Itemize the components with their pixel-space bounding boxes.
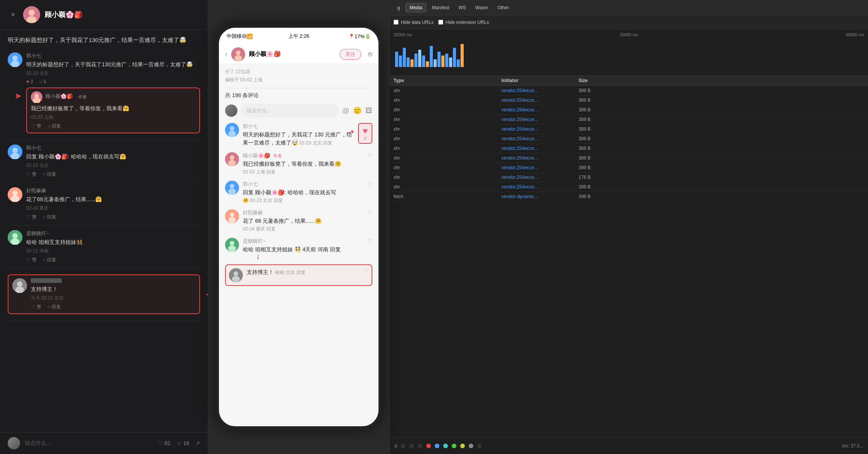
dot-red [426,444,431,448]
phone-like-btn[interactable]: ♡ [368,209,372,232]
reply-avatar [31,91,42,103]
like-action[interactable]: ♡赞 [26,214,37,220]
follow-button[interactable]: 关注 [340,49,361,60]
phone-like-highlighted[interactable]: ♥ 2 [358,123,372,144]
network-row[interactable]: fetch vendor-dynamic... 396 B [390,192,868,202]
network-row[interactable]: xhr vendor.254ecce... 389 B [390,115,868,124]
comment-username: 郭小七 [26,145,200,151]
row-initiator: vendor.254ecce... [501,88,579,93]
input-avatar [225,104,237,117]
star-icon: ☆ [177,440,182,446]
author-badge: 作者 [78,94,87,100]
row-initiator: vendor.254ecce... [501,146,579,151]
devtools-timeline: 20000 ms 25000 ms 30000 ms [390,29,868,76]
devtools-bottom: d ish: 37.5... [390,437,868,454]
timeline-bar [453,48,456,67]
image-icon[interactable]: 🖼 [365,107,372,115]
phone-comment-text: 我已经搬好板凳了，等着你发，我来看🤗 [243,160,364,168]
close-button[interactable]: × [8,9,19,20]
like-action[interactable]: ♡赞 [26,257,37,263]
phone-comment-item: 顾小颖🌸🎒 作者 我已经搬好板凳了，等着你发，我来看🤗 02-23 上海 回复 … [225,152,372,175]
phone-comment-wrapper: 郭小七 明天的标题想好了，关我花了 130 元推广，结果一言难尽，太难了🤯 02… [225,123,372,147]
timeline-bar [426,61,429,67]
comment-content: 好熙麻麻 花了68元薯条推广，结果......🤗 02-24 重庆 ♡赞 ○回复 [26,187,200,220]
phone-comment-text: 明天的标题想好了，关我花了 130 元推广，结果一言难尽，太难了🤯 02-23 … [243,131,354,147]
network-row[interactable]: xhr vendor.254ecce... 389 B [390,105,868,115]
network-row[interactable]: xhr vendor.254ecce... 176 B [390,173,868,182]
reply-action[interactable]: ○回复 [43,171,56,178]
mention-icon[interactable]: @ [342,107,349,115]
share-icon[interactable]: ⎋ [368,50,372,58]
comment-avatar [8,230,22,245]
network-row[interactable]: xhr vendor.254ecce... 389 B [390,144,868,153]
nav-title: 顾小颖🌸🎒 [249,50,336,58]
phone-like-btn[interactable]: ♡ [368,181,372,204]
hide-data-urls-checkbox[interactable] [394,20,399,25]
like-action[interactable]: ♡赞 [26,171,37,178]
row-size: 176 B [579,175,609,180]
phone-comment-avatar [229,268,243,282]
phone-like-btn[interactable]: ♡ [364,268,368,282]
row-size: 396 B [579,194,609,199]
comment-actions: ♡赞 ○回复 [26,171,200,178]
dot-green [452,444,456,448]
phone-comment-body: 郭小七 明天的标题想好了，关我花了 130 元推广，结果一言难尽，太难了🤯 02… [243,123,354,147]
dot-blue [435,444,439,448]
network-row[interactable]: xhr vendor.254ecce... 389 B [390,134,868,144]
comment-meta: 02-24 重庆 [26,205,200,212]
timeline-labels: 20000 ms 25000 ms 30000 ms [394,32,864,37]
svg-point-10 [12,148,18,153]
phone-like-btn[interactable]: ♡ [368,152,372,175]
comment-item: 是晓晓吖~ 哈哈 咱相互支持姐妹👯 03-11 河南 ♡赞 ○回复 [8,225,200,268]
phone-post-meta: 分了 17位回 [225,69,372,75]
tab-g[interactable]: g [394,3,404,13]
arrow-indicator: ➤ [15,91,21,101]
heart-icon: ♡ [368,238,372,244]
reply-meta: 02-23 上海 [31,114,195,121]
like-stat: ♡ 82 [158,440,171,446]
reply-action[interactable]: ○回复 [43,257,56,263]
tab-media[interactable]: Media [405,3,427,12]
network-table[interactable]: Type Initiator Size xhr vendor.254ecce..… [390,76,868,437]
comment-username: 郭小七 [26,52,200,59]
hide-extension-urls-checkbox[interactable] [438,20,443,25]
phone-like-btn[interactable]: ♡ [368,238,372,254]
like-action[interactable]: ♡赞 [31,304,41,310]
network-row[interactable]: xhr vendor.254ecce... 389 B [390,153,868,163]
emoji-icon[interactable]: 🙂 [353,106,362,115]
comments-area[interactable]: 郭小七 明天的标题想好了，关于我花了130元推广，结果一言难尽，太难了🤯 02-… [0,48,208,432]
heart-icon: ♡ [368,181,372,187]
devtools-tabs: g Media Manifest WS Wasm Other [390,0,868,15]
reply-action[interactable]: ○回复 [43,214,56,220]
svg-point-31 [230,184,234,188]
network-row[interactable]: xhr vendor.254ecce... 389 B [390,182,868,192]
comment-action[interactable]: ○ 5 [39,79,46,84]
row-initiator: vendor.254ecce... [501,136,579,141]
author-badge: 作者 [273,153,282,158]
tab-other[interactable]: Other [494,3,513,13]
back-button[interactable]: ‹ [225,50,227,58]
timeline-label-2: 25000 ms [619,32,638,37]
comment-text: 回复 顾小颖🌸🎒: 哈哈哈，现在就去写🤗 [26,153,200,161]
devtools-filter-bar: Hide data URLs Hide extension URLs [390,15,868,29]
reply-action[interactable]: ○回复 [47,304,61,310]
heart-icon: ♥ [26,79,29,84]
tab-ws[interactable]: WS [455,3,470,13]
footer-input[interactable]: 说点什么... [25,440,153,447]
hide-extension-urls-label: Hide extension URLs [446,20,489,25]
network-row[interactable]: xhr vendor.254ecce... 389 B [390,124,868,134]
network-row[interactable]: xhr vendor.254ecce... 389 B [390,86,868,96]
like-action[interactable]: ♥ 2 [26,79,33,84]
phone-comment-name: 是晓晓吖~ [243,238,364,245]
network-row[interactable]: xhr vendor.254ecce... 389 B [390,163,868,173]
dot-dark-1 [477,444,482,448]
phone-comment-input[interactable]: 说点什么... [241,104,338,118]
tab-wasm[interactable]: Wasm [471,3,492,13]
row-initiator: vendor.254ecce... [501,175,579,180]
hide-data-urls-group: Hide data URLs [394,20,434,25]
reply-like[interactable]: ♡赞 [31,123,41,129]
network-row[interactable]: xhr vendor.254ecce... 389 B [390,96,868,105]
reply-comment[interactable]: ○回复 [47,123,61,129]
row-initiator: vendor.254ecce... [501,98,579,103]
tab-manifest[interactable]: Manifest [428,3,453,13]
